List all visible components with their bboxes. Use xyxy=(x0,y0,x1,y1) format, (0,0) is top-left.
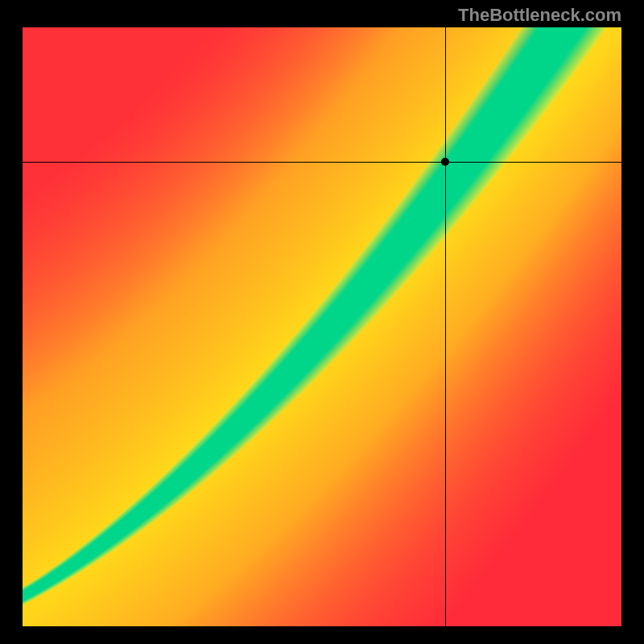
crosshair-horizontal xyxy=(23,162,621,163)
plot-area xyxy=(23,27,621,626)
data-point-marker xyxy=(441,158,449,166)
crosshair-vertical xyxy=(445,27,446,626)
chart-container: TheBottleneck.com xyxy=(0,0,644,644)
watermark-text: TheBottleneck.com xyxy=(458,5,621,26)
heatmap-canvas xyxy=(23,27,621,626)
